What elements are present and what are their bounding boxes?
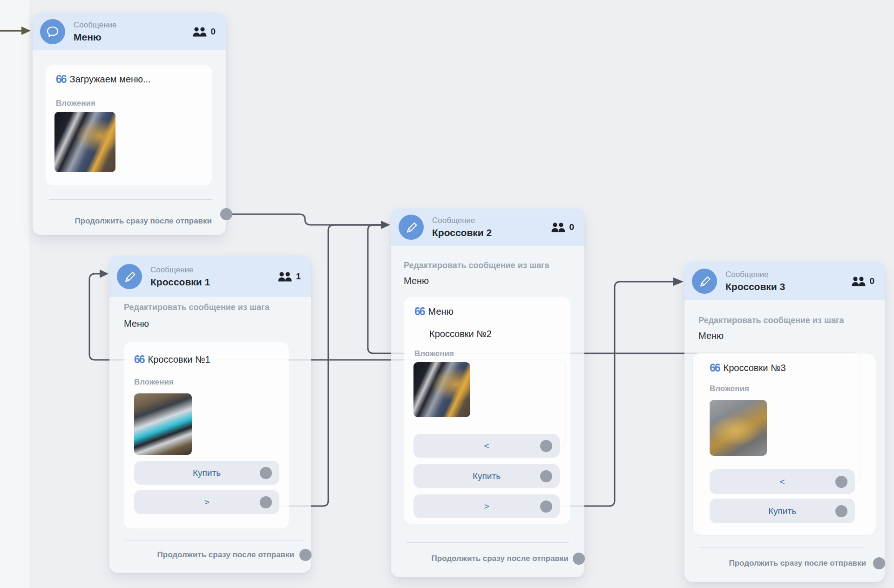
keyboard-button-buy[interactable]: Купить (710, 499, 855, 523)
node-title: Кроссовки 3 (725, 281, 852, 292)
pencil-icon (117, 264, 142, 289)
edit-from-step-label: Редактировать сообщение из шага (124, 303, 269, 312)
attachment-image (54, 112, 115, 172)
attachments-label: Вложения (134, 378, 174, 387)
output-port[interactable] (573, 553, 585, 565)
arrowhead-icon (21, 27, 31, 35)
people-icon (551, 223, 565, 232)
carousel-item-title: Кроссовки №2 (429, 329, 492, 339)
message-preview-card: 66 Кроссовки №3 Вложения < Купить (692, 353, 876, 535)
keyboard-button-next[interactable]: > (413, 494, 560, 518)
edit-from-step-value: Меню (404, 276, 429, 286)
button-label: < (779, 477, 785, 487)
step-node-menu[interactable]: Сообщение Меню 0 66 Загружаем меню... Вл… (33, 13, 226, 235)
people-icon (852, 277, 866, 286)
quote-icon: 66 (56, 74, 66, 84)
node-header: Сообщение Кроссовки 3 0 (684, 262, 885, 300)
subscribers-count: 1 (296, 271, 301, 282)
keyboard-button-buy[interactable]: Купить (134, 461, 279, 485)
arrowhead-icon (100, 270, 108, 278)
attachment-image (710, 400, 767, 456)
button-label: Купить (768, 506, 796, 516)
arrowhead-icon (673, 277, 684, 286)
divider (698, 547, 865, 547)
attachments-label: Вложения (56, 99, 95, 108)
attachment-image (413, 362, 470, 417)
pencil-icon (399, 215, 424, 240)
keyboard-button-prev[interactable]: < (413, 434, 560, 458)
button-label: > (484, 501, 489, 512)
subscribers-count: 0 (869, 276, 874, 286)
connector-menu-to-sneakers2 (226, 214, 381, 225)
button-label: > (204, 497, 209, 507)
chat-bubble-icon (40, 19, 65, 44)
node-header: Сообщение Кроссовки 2 0 (391, 209, 584, 246)
output-port[interactable] (835, 476, 847, 488)
people-icon (193, 27, 207, 37)
attachments-label: Вложения (414, 349, 454, 358)
step-node-sneakers-2[interactable]: Сообщение Кроссовки 2 0 Редактировать со… (391, 209, 584, 577)
subscribers-counter: 0 (852, 276, 874, 286)
node-header: Сообщение Кроссовки 1 1 (109, 256, 311, 297)
message-text: Меню (428, 306, 454, 317)
flow-canvas[interactable]: Сообщение Меню 0 66 Загружаем меню... Вл… (0, 0, 894, 588)
pencil-icon (692, 269, 717, 294)
continue-after-send-label: Продолжить сразу после отправки (729, 559, 866, 568)
edit-from-step-label: Редактировать сообщение из шага (698, 316, 844, 325)
message-preview-card: 66 Кроссовки №1 Вложения Купить > (124, 342, 289, 528)
attachments-label: Вложения (710, 384, 749, 393)
output-port[interactable] (260, 496, 272, 508)
node-title: Меню (74, 32, 193, 43)
arrowhead-icon (381, 221, 390, 229)
subscribers-counter: 0 (193, 27, 216, 37)
step-node-sneakers-1[interactable]: Сообщение Кроссовки 1 1 Редактировать со… (109, 256, 311, 573)
message-preview-card: 66 Меню Кроссовки №2 Вложения < Купить > (404, 297, 570, 524)
subscribers-count: 0 (569, 222, 574, 232)
continue-after-send-label: Продолжить сразу после отправки (432, 554, 569, 563)
keyboard-button-buy[interactable]: Купить (413, 464, 560, 488)
quote-icon: 66 (414, 307, 425, 316)
output-port[interactable] (260, 467, 272, 479)
subscribers-counter: 1 (278, 271, 301, 282)
node-title: Кроссовки 1 (150, 277, 278, 288)
message-text: Кроссовки №3 (724, 363, 786, 373)
edit-from-step-value: Меню (124, 318, 149, 329)
keyboard-button-next[interactable]: > (134, 490, 279, 514)
output-port[interactable] (220, 208, 232, 220)
node-type-label: Сообщение (150, 265, 278, 275)
quote-icon: 66 (134, 355, 144, 364)
output-port[interactable] (835, 505, 847, 517)
divider (406, 542, 569, 543)
output-port[interactable] (540, 500, 552, 513)
edit-from-step-value: Меню (698, 331, 724, 341)
message-text: Загружаем меню... (70, 74, 151, 85)
output-port[interactable] (540, 440, 552, 452)
output-port[interactable] (540, 470, 552, 482)
output-port[interactable] (299, 549, 312, 561)
subscribers-count: 0 (210, 27, 216, 37)
message-preview-card: 66 Загружаем меню... Вложения (46, 65, 212, 185)
message-text: Кроссовки №1 (148, 354, 210, 365)
button-label: Купить (193, 468, 221, 478)
attachment-image (134, 393, 192, 455)
divider (49, 199, 212, 200)
divider (125, 540, 303, 541)
node-title: Кроссовки 2 (432, 227, 551, 238)
people-icon (278, 272, 292, 282)
subscribers-counter: 0 (551, 222, 574, 232)
quote-icon: 66 (710, 363, 720, 372)
keyboard-button-prev[interactable]: < (710, 469, 855, 494)
node-type-label: Сообщение (725, 270, 852, 279)
edit-from-step-label: Редактировать сообщение из шага (404, 261, 549, 270)
step-node-sneakers-3[interactable]: Сообщение Кроссовки 3 0 Редактировать со… (684, 262, 885, 582)
continue-after-send-label: Продолжить сразу после отправки (75, 216, 212, 226)
button-label: < (484, 441, 489, 451)
node-type-label: Сообщение (432, 216, 551, 225)
button-label: Купить (473, 471, 501, 481)
continue-after-send-label: Продолжить сразу после отправки (157, 550, 294, 560)
output-port[interactable] (873, 557, 885, 569)
node-header: Сообщение Меню 0 (33, 13, 226, 50)
node-type-label: Сообщение (74, 20, 193, 30)
